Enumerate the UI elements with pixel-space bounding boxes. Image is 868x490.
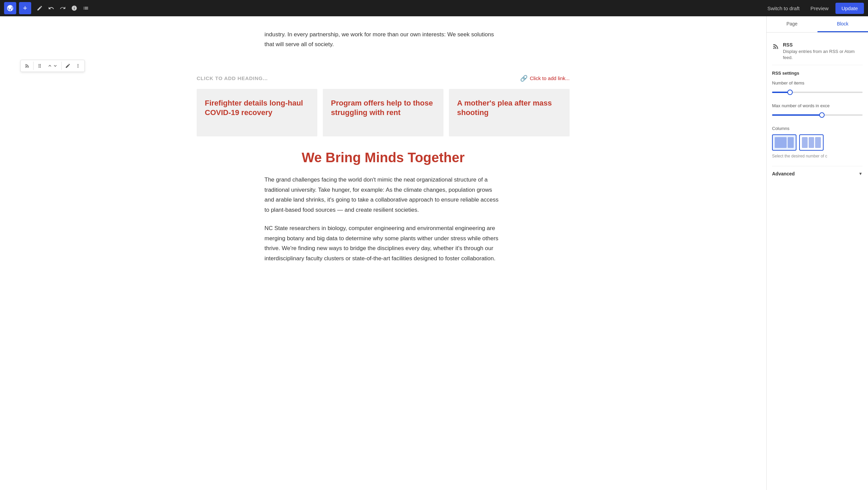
add-link-label[interactable]: Click to add link... — [530, 75, 570, 81]
number-of-items-label: Number of items — [772, 80, 863, 86]
max-words-slider-wrapper[interactable] — [772, 111, 863, 119]
drag-handle-button[interactable] — [35, 61, 45, 70]
add-link-area[interactable]: 🔗 Click to add link... — [520, 75, 570, 82]
toolbar-divider — [33, 62, 34, 70]
advanced-title: Advanced — [772, 171, 795, 176]
right-sidebar: Page Block RSS Display entries from an R… — [766, 16, 868, 490]
col-bar-3b — [809, 137, 814, 148]
rss-settings-title: RSS settings — [772, 71, 863, 76]
tab-block[interactable]: Block — [817, 16, 868, 32]
heading-placeholder-text[interactable]: CLICK TO ADD HEADING... — [197, 75, 268, 81]
toolbar-right: Switch to draft Preview Update — [763, 3, 864, 14]
rss-block-info: RSS Display entries from an RSS or Atom … — [772, 38, 863, 65]
add-block-button[interactable]: + — [19, 2, 31, 14]
column-option-2[interactable] — [772, 134, 796, 151]
rss-card-2[interactable]: A mother's plea after mass shooting — [449, 89, 570, 136]
edit-tool-button[interactable] — [34, 3, 45, 13]
slider-track-1 — [772, 92, 863, 93]
sidebar-tabs: Page Block — [767, 16, 868, 33]
wp-logo[interactable] — [4, 2, 16, 14]
rss-block-desc: Display entries from an RSS or Atom feed… — [783, 49, 863, 61]
tab-page[interactable]: Page — [767, 16, 817, 32]
block-toolbar — [20, 60, 85, 72]
body-paragraph-1: The grand challenges facing the world do… — [264, 175, 502, 215]
chevron-down-icon: ▼ — [859, 171, 863, 176]
rss-feed-icon-btn[interactable] — [22, 61, 32, 70]
link-icon: 🔗 — [520, 75, 528, 82]
advanced-header[interactable]: Advanced ▼ — [772, 171, 863, 176]
sidebar-content-area: RSS Display entries from an RSS or Atom … — [767, 33, 868, 182]
rss-block-title: RSS — [783, 42, 863, 48]
more-options-button[interactable] — [73, 61, 83, 70]
heading-placeholder-row: CLICK TO ADD HEADING... 🔗 Click to add l… — [197, 75, 570, 82]
col-bar-3c — [815, 137, 821, 148]
columns-label: Columns — [772, 126, 863, 131]
preview-button[interactable]: Preview — [806, 3, 832, 13]
max-words-label: Max number of words in exce — [772, 103, 863, 108]
slider-track-2 — [772, 114, 863, 116]
rss-card-0[interactable]: Firefighter details long-haul COVID-19 r… — [197, 89, 317, 136]
top-toolbar: + Switch to draft Preview Update — [0, 0, 868, 16]
move-up-down-button[interactable] — [45, 61, 60, 70]
columns-options — [772, 134, 863, 151]
col-inner-3 — [801, 136, 822, 149]
max-words-section: Max number of words in exce — [772, 103, 863, 119]
advanced-section: Advanced ▼ — [772, 166, 863, 176]
update-button[interactable]: Update — [835, 3, 864, 14]
redo-button[interactable] — [57, 3, 68, 13]
rss-cards-container: Firefighter details long-haul COVID-19 r… — [197, 89, 570, 136]
col-bar — [775, 137, 787, 148]
info-button[interactable] — [68, 3, 80, 13]
col-bar-2 — [788, 137, 794, 148]
rss-card-1[interactable]: Program offers help to those struggling … — [323, 89, 443, 136]
slider-thumb-1[interactable] — [787, 90, 793, 95]
slider-fill-2 — [772, 114, 822, 116]
body-paragraph-2: NC State researchers in biology, compute… — [264, 223, 502, 264]
slider-thumb-2[interactable] — [819, 112, 825, 118]
columns-desc: Select the desired number of c — [772, 153, 863, 159]
rss-icon — [772, 43, 780, 52]
rss-card-title-0: Firefighter details long-haul COVID-19 r… — [205, 98, 309, 118]
toolbar-divider-2 — [61, 62, 62, 70]
rss-card-title-2: A mother's plea after mass shooting — [457, 98, 561, 118]
column-option-3[interactable] — [799, 134, 824, 151]
number-of-items-slider-wrapper[interactable] — [772, 88, 863, 96]
columns-section: Columns — [772, 126, 863, 159]
list-view-button[interactable] — [80, 3, 92, 13]
edit-block-button[interactable] — [63, 61, 73, 70]
col-inner-2 — [774, 136, 794, 149]
intro-paragraph: industry. In every partnership, we work … — [264, 30, 502, 50]
col-bar-3a — [802, 137, 808, 148]
rss-card-title-1: Program offers help to those struggling … — [331, 98, 435, 118]
main-layout: industry. In every partnership, we work … — [0, 16, 868, 490]
number-of-items-section: Number of items — [772, 80, 863, 96]
content-area: industry. In every partnership, we work … — [0, 16, 766, 490]
undo-button[interactable] — [45, 3, 57, 13]
section-heading: We Bring Minds Together — [264, 150, 502, 165]
rss-block-text: RSS Display entries from an RSS or Atom … — [783, 42, 863, 61]
switch-to-draft-button[interactable]: Switch to draft — [763, 3, 804, 13]
